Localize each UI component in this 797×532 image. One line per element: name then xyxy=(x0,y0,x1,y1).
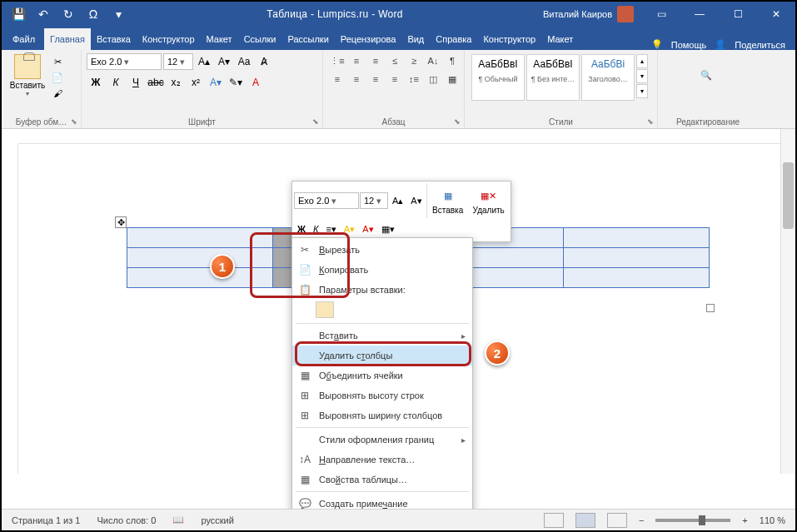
styles-down-icon[interactable]: ▾ xyxy=(636,69,648,83)
align-right-icon[interactable]: ≡ xyxy=(366,71,385,87)
table-resize-handle[interactable] xyxy=(706,304,715,312)
ruler-vertical[interactable] xyxy=(2,144,18,474)
read-mode-icon[interactable] xyxy=(544,513,564,528)
styles-gallery[interactable]: АаБбВвІ ¶ Обычный АаБбВвІ ¶ Без инте… Аа… xyxy=(470,52,650,102)
tab-help[interactable]: Справка xyxy=(430,28,477,50)
tell-me[interactable]: Помощь xyxy=(671,40,707,50)
mini-bold-button[interactable]: Ж xyxy=(294,220,309,238)
mini-font-color-icon[interactable]: A▾ xyxy=(359,220,376,238)
share-button[interactable]: Поделиться xyxy=(735,40,785,50)
cm-table-properties[interactable]: ▦ Свойства таблицы… xyxy=(292,470,472,490)
indent-left-icon[interactable]: ≤ xyxy=(386,52,404,69)
style-normal[interactable]: АаБбВвІ ¶ Обычный xyxy=(471,54,525,101)
omega-icon[interactable]: Ω xyxy=(83,4,103,24)
cm-delete-columns[interactable]: Удалить столбцы xyxy=(292,346,472,365)
cm-cut[interactable]: ✂ ВВырезатьырезать xyxy=(292,240,472,260)
clipboard-launcher[interactable]: ⬊ xyxy=(69,117,79,127)
styles-expand-icon[interactable]: ▾ xyxy=(636,84,648,98)
change-case-icon[interactable]: Aa xyxy=(235,52,253,71)
tab-references[interactable]: Ссылки xyxy=(238,28,282,50)
zoom-slider[interactable] xyxy=(655,519,730,522)
ribbon-options-icon[interactable]: ▭ xyxy=(642,2,680,27)
vertical-scrollbar[interactable] xyxy=(780,129,795,474)
bold-button[interactable]: Ж xyxy=(87,73,105,92)
multilevel-icon[interactable]: ≡ xyxy=(366,52,385,69)
proofing-icon[interactable]: 📖 xyxy=(172,515,184,525)
table-cell[interactable] xyxy=(127,248,273,268)
status-page[interactable]: Страница 1 из 1 xyxy=(12,515,80,525)
font-launcher[interactable]: ⬊ xyxy=(311,117,321,127)
close-button[interactable]: ✕ xyxy=(757,2,795,27)
user-area[interactable]: Виталий Каиров xyxy=(535,6,642,22)
text-effects-icon[interactable]: A▾ xyxy=(207,73,225,92)
clear-format-icon[interactable]: A̷ xyxy=(255,52,273,71)
mini-font-combo[interactable]: Exo 2.0▾ xyxy=(294,192,359,209)
highlight-icon[interactable]: ✎▾ xyxy=(227,73,245,92)
align-justify-icon[interactable]: ≡ xyxy=(386,71,404,87)
align-left-icon[interactable]: ≡ xyxy=(328,71,346,87)
cut-icon[interactable]: ✂ xyxy=(50,54,65,69)
cm-distribute-cols[interactable]: ⊞ Выровнять ширину столбцов xyxy=(292,405,472,425)
mini-delete-icon[interactable]: ▦✕ xyxy=(469,187,509,206)
mini-size-combo[interactable]: 12▾ xyxy=(360,192,388,209)
tab-review[interactable]: Рецензирова xyxy=(335,28,402,50)
tab-view[interactable]: Вид xyxy=(401,28,430,50)
indent-right-icon[interactable]: ≥ xyxy=(405,52,423,69)
table-move-handle[interactable]: ✥ xyxy=(115,216,127,228)
cm-text-direction[interactable]: ↕A Направление текста… xyxy=(292,450,472,470)
tab-home[interactable]: Главная xyxy=(44,28,91,50)
superscript-button[interactable]: x² xyxy=(187,73,205,92)
font-name-combo[interactable]: Exo 2.0▾ xyxy=(87,53,162,70)
save-icon[interactable]: 💾 xyxy=(8,4,28,24)
styles-up-icon[interactable]: ▴ xyxy=(636,54,648,68)
mini-insert-icon[interactable]: ▦ xyxy=(428,187,468,206)
zoom-thumb[interactable] xyxy=(699,515,705,525)
status-language[interactable]: русский xyxy=(201,515,233,525)
tab-insert[interactable]: Вставка xyxy=(91,28,137,50)
cm-insert[interactable]: Вставить ▸ xyxy=(292,326,472,346)
table-cell[interactable] xyxy=(564,248,710,268)
font-color-button[interactable]: A xyxy=(247,73,265,92)
mini-shrink-icon[interactable]: A▾ xyxy=(407,191,425,210)
tab-table-design[interactable]: Конструктор xyxy=(477,28,541,50)
tab-design[interactable]: Конструктор xyxy=(137,28,201,50)
mini-grow-icon[interactable]: A▴ xyxy=(389,191,406,210)
print-layout-icon[interactable] xyxy=(575,513,595,528)
format-painter-icon[interactable]: 🖌 xyxy=(50,86,65,101)
italic-button[interactable]: К xyxy=(107,73,125,92)
mini-highlight-icon[interactable]: A▾ xyxy=(341,220,358,238)
qat-dropdown-icon[interactable]: ▾ xyxy=(108,4,128,24)
align-center-icon[interactable]: ≡ xyxy=(347,71,366,87)
maximize-button[interactable]: ☐ xyxy=(719,2,757,27)
style-no-spacing[interactable]: АаБбВвІ ¶ Без инте… xyxy=(526,54,580,101)
cm-copy[interactable]: 📄 Копировать xyxy=(292,260,472,280)
zoom-level[interactable]: 110 % xyxy=(760,515,785,525)
copy-icon[interactable]: 📄 xyxy=(50,70,65,85)
paste-option-keep-formatting[interactable] xyxy=(316,301,334,318)
strike-button[interactable]: abc xyxy=(147,73,165,92)
tab-layout[interactable]: Макет xyxy=(201,28,238,50)
cm-merge-cells[interactable]: ▦ Объединить ячейки xyxy=(292,365,472,385)
pilcrow-icon[interactable]: ¶ xyxy=(443,52,461,69)
scrollbar-thumb[interactable] xyxy=(783,162,794,229)
table-cell[interactable] xyxy=(127,268,273,288)
paragraph-launcher[interactable]: ⬊ xyxy=(452,117,462,127)
styles-launcher[interactable]: ⬊ xyxy=(645,117,655,127)
minimize-button[interactable]: — xyxy=(680,2,719,27)
mini-align-icon[interactable]: ≡▾ xyxy=(322,220,339,238)
mini-italic-button[interactable]: К xyxy=(310,220,321,238)
ruler-horizontal[interactable] xyxy=(18,129,795,144)
mini-border-icon[interactable]: ▦▾ xyxy=(378,220,398,238)
shrink-font-icon[interactable]: A▾ xyxy=(215,52,233,71)
paste-button[interactable]: Вставить ▾ xyxy=(7,52,48,99)
underline-button[interactable]: Ч xyxy=(127,73,145,92)
grow-font-icon[interactable]: A▴ xyxy=(195,52,213,71)
cm-distribute-rows[interactable]: ⊞ Выровнять высоту строк xyxy=(292,385,472,405)
shading-icon[interactable]: ◫ xyxy=(424,71,442,87)
status-word-count[interactable]: Число слов: 0 xyxy=(97,515,156,525)
font-size-combo[interactable]: 12▾ xyxy=(163,53,193,70)
redo-icon[interactable]: ↻ xyxy=(58,4,78,24)
table-cell[interactable] xyxy=(564,228,710,248)
style-heading[interactable]: АаБбВі Заголово… xyxy=(581,54,635,101)
borders-icon[interactable]: ▦ xyxy=(443,71,461,87)
